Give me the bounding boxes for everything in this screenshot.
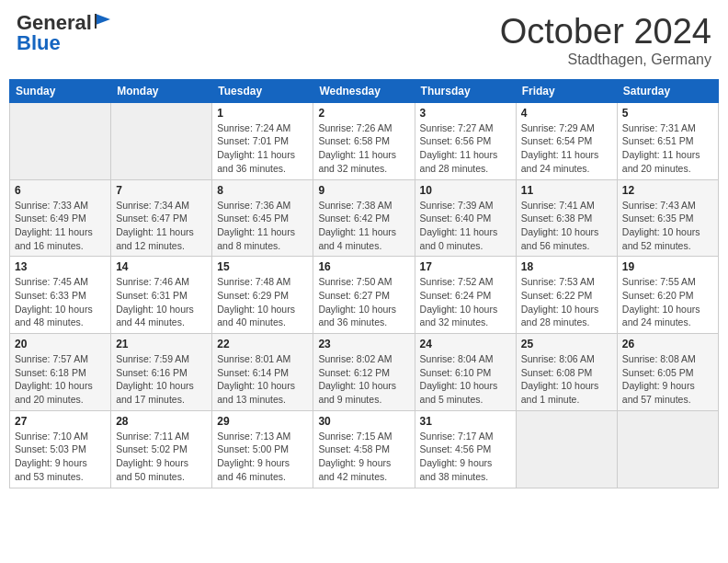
header: General Blue October 2024 Stadthagen, Ge…	[9, 9, 719, 72]
day-info: Sunrise: 7:39 AM Sunset: 6:40 PM Dayligh…	[420, 199, 511, 253]
week-row-5: 27Sunrise: 7:10 AM Sunset: 5:03 PM Dayli…	[10, 410, 719, 488]
calendar-cell: 16Sunrise: 7:50 AM Sunset: 6:27 PM Dayli…	[313, 257, 415, 334]
calendar-cell: 10Sunrise: 7:39 AM Sunset: 6:40 PM Dayli…	[415, 179, 516, 257]
calendar-cell: 5Sunrise: 7:31 AM Sunset: 6:51 PM Daylig…	[617, 102, 718, 179]
day-info: Sunrise: 7:24 AM Sunset: 7:01 PM Dayligh…	[217, 121, 308, 176]
calendar-cell: 20Sunrise: 7:57 AM Sunset: 6:18 PM Dayli…	[10, 334, 111, 411]
day-number: 19	[622, 260, 713, 273]
day-number: 18	[521, 260, 612, 273]
day-number: 30	[318, 415, 409, 428]
day-number: 15	[217, 260, 308, 273]
day-number: 10	[420, 184, 511, 197]
calendar-cell: 8Sunrise: 7:36 AM Sunset: 6:45 PM Daylig…	[212, 179, 313, 257]
calendar-cell: 26Sunrise: 8:08 AM Sunset: 6:05 PM Dayli…	[617, 334, 718, 411]
day-number: 16	[318, 260, 409, 273]
calendar-cell: 12Sunrise: 7:43 AM Sunset: 6:35 PM Dayli…	[617, 179, 718, 257]
day-info: Sunrise: 7:34 AM Sunset: 6:47 PM Dayligh…	[116, 199, 207, 253]
column-header-saturday: Saturday	[617, 79, 718, 102]
calendar-cell: 29Sunrise: 7:13 AM Sunset: 5:00 PM Dayli…	[212, 410, 313, 488]
calendar-cell: 17Sunrise: 7:52 AM Sunset: 6:24 PM Dayli…	[415, 257, 516, 334]
day-info: Sunrise: 7:29 AM Sunset: 6:54 PM Dayligh…	[521, 121, 612, 176]
calendar-cell: 24Sunrise: 8:04 AM Sunset: 6:10 PM Dayli…	[415, 334, 516, 411]
calendar-cell	[516, 410, 617, 488]
day-number: 2	[318, 107, 409, 120]
calendar-cell: 28Sunrise: 7:11 AM Sunset: 5:02 PM Dayli…	[111, 410, 212, 488]
day-number: 14	[116, 260, 207, 273]
day-number: 11	[521, 184, 612, 197]
calendar-cell: 18Sunrise: 7:53 AM Sunset: 6:22 PM Dayli…	[516, 257, 617, 334]
day-info: Sunrise: 7:50 AM Sunset: 6:27 PM Dayligh…	[318, 275, 409, 329]
calendar-cell: 6Sunrise: 7:33 AM Sunset: 6:49 PM Daylig…	[10, 179, 111, 257]
day-info: Sunrise: 8:01 AM Sunset: 6:14 PM Dayligh…	[217, 352, 308, 407]
location-title: Stadthagen, Germany	[500, 52, 711, 68]
calendar-cell	[111, 102, 212, 179]
calendar-cell: 27Sunrise: 7:10 AM Sunset: 5:03 PM Dayli…	[10, 410, 111, 488]
day-info: Sunrise: 7:11 AM Sunset: 5:02 PM Dayligh…	[116, 430, 207, 484]
day-number: 13	[15, 260, 106, 273]
day-number: 1	[217, 107, 308, 120]
day-number: 27	[15, 415, 106, 428]
calendar-cell: 15Sunrise: 7:48 AM Sunset: 6:29 PM Dayli…	[212, 257, 313, 334]
day-info: Sunrise: 7:27 AM Sunset: 6:56 PM Dayligh…	[420, 121, 511, 176]
week-row-1: 1Sunrise: 7:24 AM Sunset: 7:01 PM Daylig…	[10, 102, 719, 179]
day-number: 12	[622, 184, 713, 197]
day-info: Sunrise: 7:46 AM Sunset: 6:31 PM Dayligh…	[116, 275, 207, 329]
column-header-thursday: Thursday	[415, 79, 516, 102]
calendar-cell: 23Sunrise: 8:02 AM Sunset: 6:12 PM Dayli…	[313, 334, 415, 411]
calendar-cell: 14Sunrise: 7:46 AM Sunset: 6:31 PM Dayli…	[111, 257, 212, 334]
logo-blue-text: Blue	[17, 33, 61, 53]
month-title: October 2024	[500, 13, 711, 52]
day-number: 31	[420, 415, 511, 428]
calendar-header-row: SundayMondayTuesdayWednesdayThursdayFrid…	[10, 79, 719, 102]
calendar-cell: 13Sunrise: 7:45 AM Sunset: 6:33 PM Dayli…	[10, 257, 111, 334]
week-row-2: 6Sunrise: 7:33 AM Sunset: 6:49 PM Daylig…	[10, 179, 719, 257]
calendar-cell: 9Sunrise: 7:38 AM Sunset: 6:42 PM Daylig…	[313, 179, 415, 257]
calendar-cell: 19Sunrise: 7:55 AM Sunset: 6:20 PM Dayli…	[617, 257, 718, 334]
day-info: Sunrise: 7:48 AM Sunset: 6:29 PM Dayligh…	[217, 275, 308, 329]
calendar-cell: 2Sunrise: 7:26 AM Sunset: 6:58 PM Daylig…	[313, 102, 415, 179]
calendar: SundayMondayTuesdayWednesdayThursdayFrid…	[9, 79, 719, 488]
day-number: 5	[622, 107, 713, 120]
day-number: 6	[15, 184, 106, 197]
day-info: Sunrise: 7:38 AM Sunset: 6:42 PM Dayligh…	[318, 199, 409, 253]
day-info: Sunrise: 7:53 AM Sunset: 6:22 PM Dayligh…	[521, 275, 612, 329]
day-number: 26	[622, 338, 713, 350]
day-number: 28	[116, 415, 207, 428]
logo: General Blue	[17, 13, 114, 53]
day-number: 23	[318, 338, 409, 350]
column-header-tuesday: Tuesday	[212, 79, 313, 102]
title-block: October 2024 Stadthagen, Germany	[500, 13, 711, 68]
day-number: 22	[217, 338, 308, 350]
calendar-cell: 7Sunrise: 7:34 AM Sunset: 6:47 PM Daylig…	[111, 179, 212, 257]
day-number: 25	[521, 338, 612, 350]
day-number: 24	[420, 338, 511, 350]
day-number: 9	[318, 184, 409, 197]
day-info: Sunrise: 8:04 AM Sunset: 6:10 PM Dayligh…	[420, 352, 511, 407]
day-info: Sunrise: 8:08 AM Sunset: 6:05 PM Dayligh…	[622, 352, 713, 407]
day-info: Sunrise: 7:43 AM Sunset: 6:35 PM Dayligh…	[622, 199, 713, 253]
day-info: Sunrise: 7:57 AM Sunset: 6:18 PM Dayligh…	[15, 352, 106, 407]
day-info: Sunrise: 7:26 AM Sunset: 6:58 PM Dayligh…	[318, 121, 409, 176]
day-info: Sunrise: 7:55 AM Sunset: 6:20 PM Dayligh…	[622, 275, 713, 329]
day-info: Sunrise: 7:45 AM Sunset: 6:33 PM Dayligh…	[15, 275, 106, 329]
day-number: 3	[420, 107, 511, 120]
week-row-4: 20Sunrise: 7:57 AM Sunset: 6:18 PM Dayli…	[10, 334, 719, 411]
column-header-monday: Monday	[111, 79, 212, 102]
logo-general-text: General	[17, 13, 92, 33]
calendar-cell: 11Sunrise: 7:41 AM Sunset: 6:38 PM Dayli…	[516, 179, 617, 257]
calendar-cell: 31Sunrise: 7:17 AM Sunset: 4:56 PM Dayli…	[415, 410, 516, 488]
day-number: 17	[420, 260, 511, 273]
day-info: Sunrise: 7:52 AM Sunset: 6:24 PM Dayligh…	[420, 275, 511, 329]
calendar-cell: 25Sunrise: 8:06 AM Sunset: 6:08 PM Dayli…	[516, 334, 617, 411]
day-info: Sunrise: 7:31 AM Sunset: 6:51 PM Dayligh…	[622, 121, 713, 176]
calendar-cell	[617, 410, 718, 488]
day-info: Sunrise: 8:02 AM Sunset: 6:12 PM Dayligh…	[318, 352, 409, 407]
day-number: 20	[15, 338, 106, 350]
calendar-cell: 30Sunrise: 7:15 AM Sunset: 4:58 PM Dayli…	[313, 410, 415, 488]
calendar-cell: 4Sunrise: 7:29 AM Sunset: 6:54 PM Daylig…	[516, 102, 617, 179]
calendar-cell	[10, 102, 111, 179]
column-header-friday: Friday	[516, 79, 617, 102]
day-info: Sunrise: 7:36 AM Sunset: 6:45 PM Dayligh…	[217, 199, 308, 253]
day-info: Sunrise: 7:17 AM Sunset: 4:56 PM Dayligh…	[420, 430, 511, 484]
day-info: Sunrise: 7:33 AM Sunset: 6:49 PM Dayligh…	[15, 199, 106, 253]
